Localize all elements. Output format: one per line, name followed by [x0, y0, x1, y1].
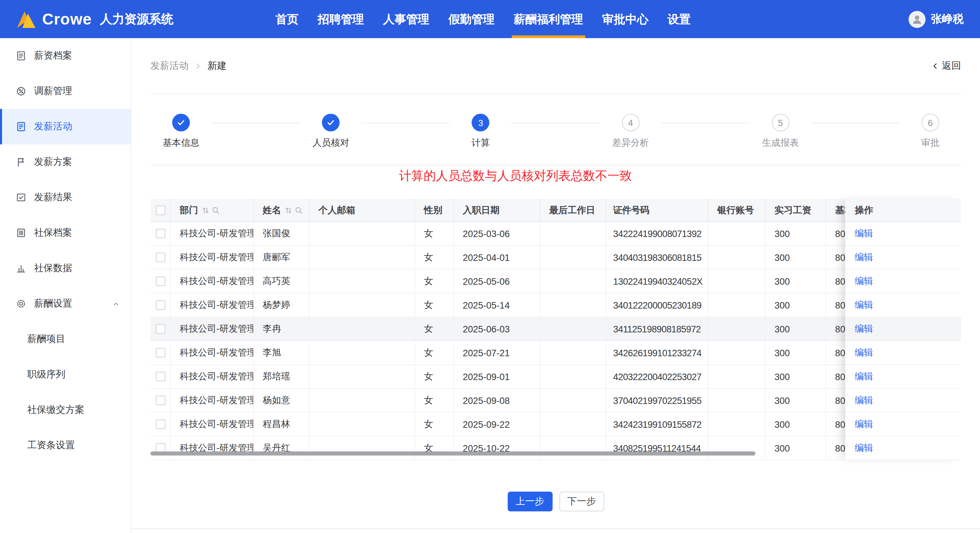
sidebar-item-salary-adjustment[interactable]: 调薪管理 [0, 73, 131, 109]
row-checkbox[interactable] [156, 420, 165, 429]
step-label: 人员核对 [312, 137, 349, 149]
nav-item-hr[interactable]: 人事管理 [383, 0, 429, 38]
avatar [908, 11, 926, 27]
row-checkbox[interactable] [156, 229, 165, 238]
cell-dept: 科技公司-研发管理部 [171, 437, 254, 460]
cell-id-number: 340122200005230189 [606, 294, 708, 318]
step-done-check-icon [322, 114, 340, 131]
stepper: 基本信息 人员核对 3 计算 4 差异分析 [150, 94, 961, 166]
sidebar-item-payroll-activity[interactable]: 发薪活动 [0, 109, 131, 144]
sidebar-subitem-job-level-sequence[interactable]: 职级序列 [0, 357, 131, 393]
row-checkbox[interactable] [156, 348, 165, 357]
table-row: 科技公司-研发管理部 李冉 女 2025-06-03 3411251989081… [150, 318, 961, 341]
ledger-icon [16, 50, 27, 61]
cell-select [150, 294, 171, 318]
col-header-select [150, 199, 171, 222]
action-cell: 编辑 [845, 413, 961, 437]
step-connector [511, 122, 600, 123]
back-button[interactable]: 返回 [932, 60, 961, 72]
page: Crowe 人力资源系统 首页 招聘管理 人事管理 假勤管理 薪酬福利管理 审批… [0, 0, 980, 533]
chevron-left-icon [932, 62, 939, 70]
edit-link[interactable]: 编辑 [855, 323, 873, 335]
horizontal-scrollbar-thumb[interactable] [150, 452, 755, 456]
nav-item-recruiting[interactable]: 招聘管理 [318, 0, 364, 38]
sidebar-item-label: 薪酬项目 [27, 333, 65, 345]
cell-name: 杨如意 [254, 389, 310, 413]
cell-id-number: 341125198908185972 [606, 318, 708, 341]
step-number: 3 [472, 114, 490, 131]
nav-item-attendance[interactable]: 假勤管理 [448, 0, 495, 38]
next-step-button[interactable]: 下一步 [559, 492, 604, 511]
table-row: 科技公司-研发管理部 李旭 女 2025-07-21 3426261991012… [150, 341, 961, 365]
step-connector [361, 122, 450, 123]
error-row: 计算的人员总数与人员核对列表总数不一致 [150, 166, 961, 199]
edit-link[interactable]: 编辑 [855, 251, 873, 263]
breadcrumb: 发薪活动 新建 [150, 60, 227, 72]
cell-name: 杨梦婷 [254, 294, 310, 318]
percent-circle-icon [16, 86, 27, 97]
back-label: 返回 [942, 60, 961, 72]
sort-icon[interactable] [285, 206, 293, 214]
table-row: 科技公司-研发管理部 杨梦婷 女 2025-05-14 340122200005… [150, 294, 961, 318]
user-menu[interactable]: 张峥税 [908, 11, 964, 27]
cell-hire-date: 2025-03-06 [454, 222, 541, 246]
nav-item-settings[interactable]: 设置 [668, 0, 690, 38]
step-label: 计算 [471, 137, 490, 149]
cell-select [150, 246, 171, 270]
sidebar-item-compensation-settings[interactable]: 薪酬设置 [0, 286, 131, 321]
table-row: 科技公司-研发管理部 唐郦军 女 2025-04-01 340403198306… [150, 246, 961, 270]
edit-link[interactable]: 编辑 [855, 228, 873, 240]
breadcrumb-parent[interactable]: 发薪活动 [150, 60, 189, 72]
sidebar-item-payroll-result[interactable]: 发薪结果 [0, 180, 131, 215]
sort-icon[interactable] [202, 206, 210, 214]
nav-item-approval-center[interactable]: 审批中心 [602, 0, 649, 38]
cell-name: 程昌林 [254, 413, 310, 437]
step-number: 5 [772, 114, 789, 131]
cell-select [150, 389, 171, 413]
sidebar-subitem-social-insurance-plan[interactable]: 社保缴交方案 [0, 393, 131, 428]
step-calculate: 3 计算 [450, 94, 511, 149]
cell-email [310, 389, 415, 413]
edit-link[interactable]: 编辑 [855, 418, 873, 431]
cell-id-number: 370402199702251955 [606, 389, 708, 413]
nav-item-compensation[interactable]: 薪酬福利管理 [514, 0, 583, 38]
edit-link[interactable]: 编辑 [855, 299, 873, 311]
cell-hire-date: 2025-10-22 [454, 437, 541, 460]
sidebar-subitem-compensation-items[interactable]: 薪酬项目 [0, 321, 131, 357]
cell-name: 郑培瑶 [254, 365, 310, 389]
row-checkbox[interactable] [156, 253, 165, 262]
edit-link[interactable]: 编辑 [855, 394, 873, 407]
col-header-intern-salary: 实习工资 [765, 199, 826, 222]
action-cell: 编辑 [845, 270, 961, 294]
breadcrumb-row: 发薪活动 新建 返回 [150, 38, 961, 94]
table-row: 科技公司-研发管理部 张国俊 女 2025-03-06 342224199008… [150, 222, 961, 246]
prev-step-button[interactable]: 上一步 [507, 492, 552, 511]
cell-dept: 科技公司-研发管理部 [171, 365, 254, 389]
cell-intern-salary: 300 [765, 222, 826, 246]
select-all-checkbox[interactable] [156, 205, 165, 215]
row-checkbox[interactable] [156, 276, 165, 286]
nav-item-home[interactable]: 首页 [275, 0, 299, 38]
sidebar-item-payroll-plan[interactable]: 发薪方案 [0, 144, 131, 180]
cell-intern-salary: 300 [765, 246, 826, 270]
search-icon[interactable] [212, 206, 220, 214]
cell-gender: 女 [415, 437, 454, 460]
row-checkbox[interactable] [156, 372, 165, 381]
sidebar-subitem-payslip-settings[interactable]: 工资条设置 [0, 428, 131, 463]
edit-link[interactable]: 编辑 [855, 442, 873, 454]
search-icon[interactable] [295, 206, 303, 214]
sidebar-item-social-insurance-data[interactable]: 社保数据 [0, 251, 131, 286]
row-checkbox[interactable] [156, 300, 165, 310]
sidebar-item-salary-archive[interactable]: 薪资档案 [0, 38, 131, 73]
row-checkbox[interactable] [156, 396, 165, 405]
sidebar-item-label: 发薪方案 [34, 156, 72, 168]
edit-link[interactable]: 编辑 [855, 347, 873, 359]
col-label: 姓名 [263, 204, 281, 216]
row-checkbox[interactable] [156, 324, 165, 334]
cell-email [310, 318, 415, 341]
edit-link[interactable]: 编辑 [855, 370, 873, 383]
cell-intern-salary: 300 [765, 341, 826, 365]
edit-link[interactable]: 编辑 [855, 275, 873, 287]
cell-last-work-day [540, 270, 606, 294]
sidebar-item-social-insurance-archive[interactable]: 社保档案 [0, 215, 131, 251]
